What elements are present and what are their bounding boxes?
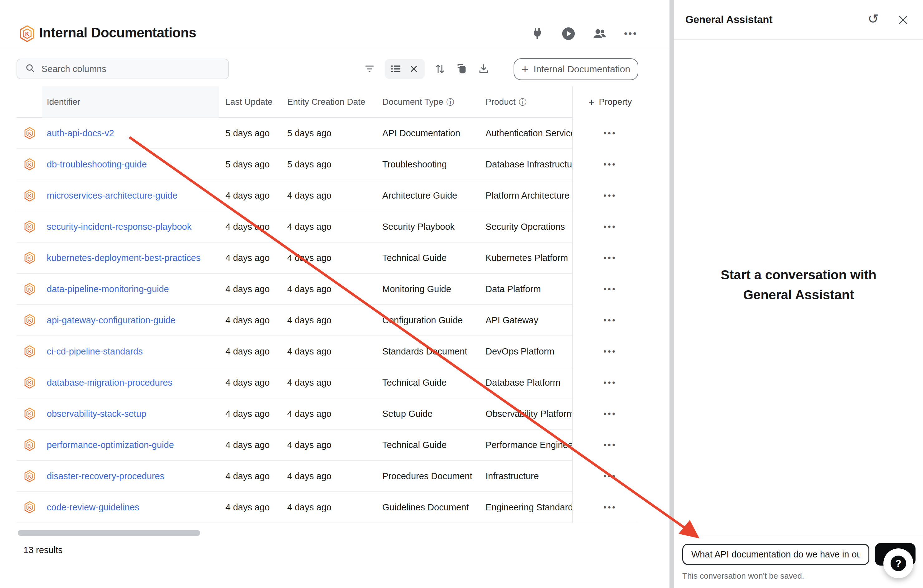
- download-icon[interactable]: [473, 59, 494, 79]
- entity-creation-date-cell: 4 days ago: [281, 253, 376, 263]
- table-row: Kdata-pipeline-monitoring-guide4 days ag…: [16, 274, 638, 305]
- row-menu-icon[interactable]: •••: [603, 253, 616, 263]
- column-header-document-type[interactable]: Document Type ⓘ: [376, 97, 479, 107]
- assistant-message-input[interactable]: [682, 544, 869, 565]
- row-menu-icon[interactable]: •••: [603, 471, 616, 481]
- blueprint-icon: K: [16, 251, 43, 264]
- column-header-identifier[interactable]: Identifier: [43, 86, 219, 118]
- row-menu-icon[interactable]: •••: [603, 440, 616, 450]
- identifier-cell: security-incident-response-playbook: [43, 222, 219, 232]
- filter-icon[interactable]: [359, 59, 380, 79]
- row-menu-icon[interactable]: •••: [603, 222, 616, 232]
- help-widget[interactable]: ?: [884, 549, 913, 578]
- sort-icon[interactable]: [429, 59, 451, 79]
- add-internal-documentation-button[interactable]: + Internal Documentation: [514, 58, 638, 80]
- header-actions: •••: [530, 26, 638, 41]
- assistant-empty-state: Start a conversation with General Assist…: [674, 265, 923, 305]
- product-cell: API Gateway: [479, 315, 572, 325]
- table-row: Ksecurity-incident-response-playbook4 da…: [16, 211, 638, 243]
- search-box[interactable]: [16, 59, 229, 79]
- entity-creation-date-cell: 5 days ago: [281, 128, 376, 138]
- svg-text:K: K: [28, 163, 31, 167]
- more-options-icon[interactable]: •••: [623, 26, 638, 41]
- add-property-button[interactable]: + Property: [572, 86, 647, 118]
- horizontal-scrollbar[interactable]: [18, 530, 200, 536]
- identifier-link[interactable]: auth-api-docs-v2: [47, 128, 114, 138]
- document-type-cell: Architecture Guide: [376, 191, 479, 201]
- search-input[interactable]: [41, 64, 216, 74]
- toolbar: + Internal Documentation: [0, 59, 670, 80]
- conversation-footnote: This conversation won't be saved.: [682, 571, 804, 581]
- reset-conversation-icon[interactable]: ↺: [866, 13, 880, 28]
- document-type-cell: Procedures Document: [376, 471, 479, 481]
- product-cell: Platform Architecture: [479, 191, 572, 201]
- footer-divider: [678, 535, 923, 536]
- row-menu-icon[interactable]: •••: [603, 378, 616, 388]
- row-actions-cell: •••: [572, 242, 647, 273]
- entity-creation-date-cell: 4 days ago: [281, 440, 376, 450]
- identifier-link[interactable]: kubernetes-deployment-best-practices: [47, 253, 200, 263]
- last-update-cell: 4 days ago: [219, 253, 281, 263]
- identifier-link[interactable]: api-gateway-configuration-guide: [47, 315, 176, 325]
- column-header-entity-creation-date[interactable]: Entity Creation Date: [281, 97, 376, 107]
- column-header-last-update[interactable]: Last Update: [219, 97, 281, 107]
- copy-icon[interactable]: [451, 59, 473, 79]
- plug-icon[interactable]: [530, 26, 545, 41]
- toolbar-icons: [359, 59, 494, 79]
- info-icon: ⓘ: [447, 97, 454, 107]
- product-cell: Infrastructure: [479, 471, 572, 481]
- identifier-link[interactable]: db-troubleshooting-guide: [47, 159, 147, 169]
- play-circle-icon[interactable]: [561, 26, 576, 41]
- row-menu-icon[interactable]: •••: [603, 191, 616, 200]
- row-actions-cell: •••: [572, 211, 647, 242]
- clear-view-icon[interactable]: [405, 59, 423, 79]
- row-menu-icon[interactable]: •••: [603, 284, 616, 294]
- identifier-link[interactable]: data-pipeline-monitoring-guide: [47, 284, 169, 294]
- row-actions-cell: •••: [572, 429, 647, 460]
- identifier-link[interactable]: security-incident-response-playbook: [47, 222, 191, 232]
- entity-creation-date-cell: 4 days ago: [281, 191, 376, 201]
- column-header-product[interactable]: Product ⓘ: [479, 97, 572, 107]
- identifier-link[interactable]: code-review-guidelines: [47, 502, 140, 512]
- empty-state-line1: Start a conversation with: [674, 265, 923, 285]
- close-panel-icon[interactable]: [895, 13, 910, 28]
- blueprint-icon: K: [16, 283, 43, 295]
- identifier-cell: ci-cd-pipeline-standards: [43, 347, 219, 356]
- list-view-icon[interactable]: [387, 59, 405, 79]
- row-actions-cell: •••: [572, 149, 647, 180]
- identifier-link[interactable]: observability-stack-setup: [47, 409, 146, 419]
- row-menu-icon[interactable]: •••: [603, 409, 616, 419]
- document-type-cell: Technical Guide: [376, 440, 479, 450]
- document-type-cell: Technical Guide: [376, 378, 479, 388]
- svg-text:K: K: [28, 256, 31, 260]
- product-cell: Database Platform: [479, 378, 572, 388]
- users-icon[interactable]: [592, 26, 607, 41]
- identifier-cell: database-migration-procedures: [43, 378, 219, 388]
- row-menu-icon[interactable]: •••: [603, 128, 616, 138]
- assistant-title: General Assistant: [685, 14, 772, 26]
- identifier-link[interactable]: disaster-recovery-procedures: [47, 471, 164, 481]
- document-type-cell: API Documentation: [376, 128, 479, 138]
- page-title: Internal Documentations: [39, 25, 196, 41]
- entity-creation-date-cell: 4 days ago: [281, 347, 376, 356]
- product-cell: Database Infrastructure: [479, 159, 572, 169]
- panel-divider[interactable]: [670, 0, 674, 588]
- blueprint-icon: K: [16, 189, 43, 202]
- identifier-link[interactable]: microservices-architecture-guide: [47, 191, 177, 200]
- blueprint-icon: K: [16, 407, 43, 420]
- identifier-link[interactable]: performance-optimization-guide: [47, 440, 174, 450]
- row-menu-icon[interactable]: •••: [603, 315, 616, 325]
- identifier-cell: code-review-guidelines: [43, 502, 219, 512]
- search-icon: [25, 63, 35, 74]
- row-menu-icon[interactable]: •••: [603, 503, 616, 512]
- identifier-cell: performance-optimization-guide: [43, 440, 219, 450]
- row-menu-icon[interactable]: •••: [603, 159, 616, 169]
- document-type-cell: Configuration Guide: [376, 315, 479, 325]
- row-menu-icon[interactable]: •••: [603, 347, 616, 356]
- product-cell: Kubernetes Platform: [479, 253, 572, 263]
- identifier-link[interactable]: ci-cd-pipeline-standards: [47, 347, 143, 356]
- product-cell: Authentication Service: [479, 128, 572, 138]
- page-header: K Internal Documentations: [0, 0, 670, 49]
- identifier-link[interactable]: database-migration-procedures: [47, 378, 172, 388]
- document-type-cell: Technical Guide: [376, 253, 479, 263]
